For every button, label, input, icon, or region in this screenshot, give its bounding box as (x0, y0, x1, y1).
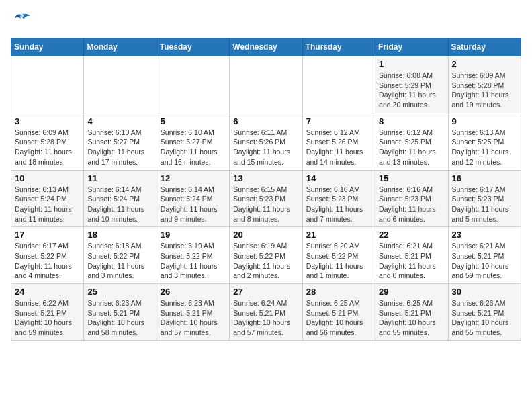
day-number: 7 (306, 116, 371, 126)
calendar-cell: 3Sunrise: 6:09 AM Sunset: 5:28 PM Daylig… (11, 113, 84, 170)
day-number: 17 (15, 230, 80, 240)
day-detail: Sunrise: 6:10 AM Sunset: 5:27 PM Dayligh… (87, 128, 152, 167)
day-number: 8 (379, 116, 444, 126)
day-number: 21 (306, 230, 371, 240)
day-number: 1 (379, 59, 444, 69)
calendar-cell: 4Sunrise: 6:10 AM Sunset: 5:27 PM Daylig… (84, 113, 157, 170)
calendar-cell: 17Sunrise: 6:17 AM Sunset: 5:22 PM Dayli… (11, 227, 84, 284)
calendar-cell: 23Sunrise: 6:21 AM Sunset: 5:21 PM Dayli… (448, 227, 521, 284)
day-number: 20 (233, 230, 298, 240)
calendar-cell (84, 56, 157, 113)
day-detail: Sunrise: 6:17 AM Sunset: 5:22 PM Dayligh… (15, 241, 80, 281)
calendar-cell: 24Sunrise: 6:22 AM Sunset: 5:21 PM Dayli… (11, 284, 84, 341)
day-detail: Sunrise: 6:23 AM Sunset: 5:21 PM Dayligh… (87, 298, 152, 338)
day-detail: Sunrise: 6:23 AM Sunset: 5:21 PM Dayligh… (161, 298, 226, 338)
weekday-header-tuesday: Tuesday (157, 38, 229, 56)
day-number: 24 (15, 287, 80, 297)
day-detail: Sunrise: 6:16 AM Sunset: 5:23 PM Dayligh… (306, 185, 371, 224)
day-detail: Sunrise: 6:26 AM Sunset: 5:21 PM Dayligh… (452, 298, 517, 338)
day-number: 19 (161, 230, 226, 240)
day-detail: Sunrise: 6:14 AM Sunset: 5:24 PM Dayligh… (87, 185, 152, 224)
logo (11, 11, 35, 32)
day-detail: Sunrise: 6:13 AM Sunset: 5:24 PM Dayligh… (15, 185, 80, 224)
calendar-cell: 5Sunrise: 6:10 AM Sunset: 5:27 PM Daylig… (157, 113, 229, 170)
calendar-cell: 19Sunrise: 6:19 AM Sunset: 5:22 PM Dayli… (157, 227, 229, 284)
day-number: 13 (233, 173, 298, 183)
day-number: 14 (306, 173, 371, 183)
calendar-cell: 30Sunrise: 6:26 AM Sunset: 5:21 PM Dayli… (448, 284, 521, 341)
weekday-header-thursday: Thursday (302, 38, 375, 56)
weekday-header-wednesday: Wednesday (230, 38, 302, 56)
day-detail: Sunrise: 6:17 AM Sunset: 5:23 PM Dayligh… (452, 185, 517, 224)
day-number: 5 (161, 116, 226, 126)
calendar-cell: 18Sunrise: 6:18 AM Sunset: 5:22 PM Dayli… (84, 227, 157, 284)
day-number: 27 (233, 287, 298, 297)
day-detail: Sunrise: 6:20 AM Sunset: 5:22 PM Dayligh… (306, 241, 371, 281)
day-detail: Sunrise: 6:12 AM Sunset: 5:26 PM Dayligh… (306, 128, 371, 167)
calendar-cell: 2Sunrise: 6:09 AM Sunset: 5:28 PM Daylig… (448, 56, 521, 113)
calendar-cell: 26Sunrise: 6:23 AM Sunset: 5:21 PM Dayli… (157, 284, 229, 341)
calendar-cell (230, 56, 302, 113)
calendar-cell: 8Sunrise: 6:12 AM Sunset: 5:25 PM Daylig… (375, 113, 448, 170)
day-number: 2 (452, 59, 517, 69)
calendar-cell: 9Sunrise: 6:13 AM Sunset: 5:25 PM Daylig… (448, 113, 521, 170)
logo-icon (11, 11, 32, 32)
day-detail: Sunrise: 6:08 AM Sunset: 5:29 PM Dayligh… (379, 71, 444, 110)
calendar-cell: 6Sunrise: 6:11 AM Sunset: 5:26 PM Daylig… (230, 113, 302, 170)
day-number: 10 (15, 173, 80, 183)
day-detail: Sunrise: 6:15 AM Sunset: 5:23 PM Dayligh… (233, 185, 298, 224)
day-detail: Sunrise: 6:18 AM Sunset: 5:22 PM Dayligh… (87, 241, 152, 281)
day-detail: Sunrise: 6:14 AM Sunset: 5:24 PM Dayligh… (161, 185, 226, 224)
day-number: 28 (306, 287, 371, 297)
calendar-cell: 16Sunrise: 6:17 AM Sunset: 5:23 PM Dayli… (448, 170, 521, 227)
calendar-cell: 21Sunrise: 6:20 AM Sunset: 5:22 PM Dayli… (302, 227, 375, 284)
day-number: 15 (379, 173, 444, 183)
calendar-cell: 22Sunrise: 6:21 AM Sunset: 5:21 PM Dayli… (375, 227, 448, 284)
day-number: 18 (87, 230, 152, 240)
day-number: 12 (161, 173, 226, 183)
calendar-cell: 14Sunrise: 6:16 AM Sunset: 5:23 PM Dayli… (302, 170, 375, 227)
calendar-cell (157, 56, 229, 113)
calendar-cell (11, 56, 84, 113)
calendar-cell: 12Sunrise: 6:14 AM Sunset: 5:24 PM Dayli… (157, 170, 229, 227)
day-detail: Sunrise: 6:11 AM Sunset: 5:26 PM Dayligh… (233, 128, 298, 167)
day-detail: Sunrise: 6:12 AM Sunset: 5:25 PM Dayligh… (379, 128, 444, 167)
day-number: 25 (87, 287, 152, 297)
calendar-cell: 1Sunrise: 6:08 AM Sunset: 5:29 PM Daylig… (375, 56, 448, 113)
day-number: 26 (161, 287, 226, 297)
day-detail: Sunrise: 6:13 AM Sunset: 5:25 PM Dayligh… (452, 128, 517, 167)
svg-point-0 (21, 15, 23, 17)
calendar-cell: 25Sunrise: 6:23 AM Sunset: 5:21 PM Dayli… (84, 284, 157, 341)
calendar-cell: 28Sunrise: 6:25 AM Sunset: 5:21 PM Dayli… (302, 284, 375, 341)
day-number: 11 (87, 173, 152, 183)
day-detail: Sunrise: 6:24 AM Sunset: 5:21 PM Dayligh… (233, 298, 298, 338)
calendar-cell: 13Sunrise: 6:15 AM Sunset: 5:23 PM Dayli… (230, 170, 302, 227)
calendar-cell: 20Sunrise: 6:19 AM Sunset: 5:22 PM Dayli… (230, 227, 302, 284)
day-number: 6 (233, 116, 298, 126)
day-detail: Sunrise: 6:22 AM Sunset: 5:21 PM Dayligh… (15, 298, 80, 338)
weekday-header-sunday: Sunday (11, 38, 84, 56)
day-detail: Sunrise: 6:21 AM Sunset: 5:21 PM Dayligh… (452, 241, 517, 281)
day-detail: Sunrise: 6:19 AM Sunset: 5:22 PM Dayligh… (233, 241, 298, 281)
day-number: 4 (87, 116, 152, 126)
day-detail: Sunrise: 6:19 AM Sunset: 5:22 PM Dayligh… (161, 241, 226, 281)
calendar-cell: 11Sunrise: 6:14 AM Sunset: 5:24 PM Dayli… (84, 170, 157, 227)
calendar-cell: 27Sunrise: 6:24 AM Sunset: 5:21 PM Dayli… (230, 284, 302, 341)
calendar-cell: 15Sunrise: 6:16 AM Sunset: 5:23 PM Dayli… (375, 170, 448, 227)
day-detail: Sunrise: 6:09 AM Sunset: 5:28 PM Dayligh… (452, 71, 517, 110)
day-number: 9 (452, 116, 517, 126)
day-number: 22 (379, 230, 444, 240)
calendar-table: SundayMondayTuesdayWednesdayThursdayFrid… (11, 38, 521, 341)
calendar-cell (302, 56, 375, 113)
day-number: 30 (452, 287, 517, 297)
day-detail: Sunrise: 6:25 AM Sunset: 5:21 PM Dayligh… (306, 298, 371, 338)
day-detail: Sunrise: 6:10 AM Sunset: 5:27 PM Dayligh… (161, 128, 226, 167)
day-detail: Sunrise: 6:16 AM Sunset: 5:23 PM Dayligh… (379, 185, 444, 224)
day-detail: Sunrise: 6:09 AM Sunset: 5:28 PM Dayligh… (15, 128, 80, 167)
page-header (11, 11, 521, 32)
day-number: 29 (379, 287, 444, 297)
day-number: 3 (15, 116, 80, 126)
day-number: 23 (452, 230, 517, 240)
weekday-header-monday: Monday (84, 38, 157, 56)
weekday-header-saturday: Saturday (448, 38, 521, 56)
